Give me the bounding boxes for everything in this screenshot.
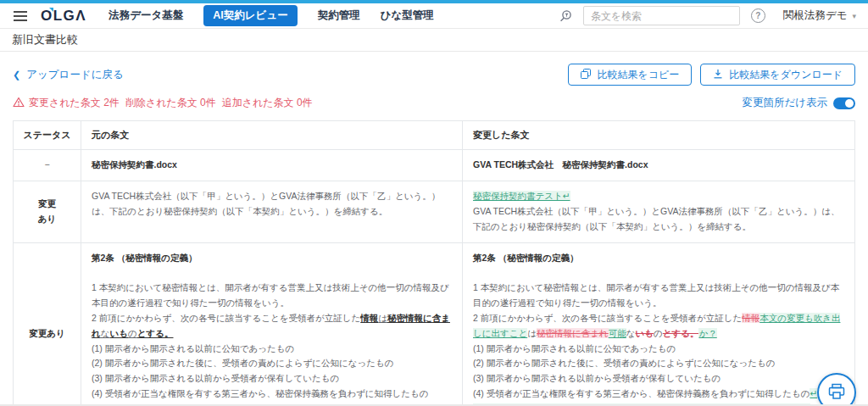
summary-row: 変更された条文 2件 削除された条文 0件 追加された条文 0件 変更箇所だけ表…: [0, 86, 868, 118]
copy-result-button[interactable]: 比較結果をコピー: [568, 64, 692, 86]
table-header-row: ステータス 元の条文 変更した条文: [14, 121, 855, 150]
original-clause-cell: 秘密保持契約書.docx: [81, 150, 463, 181]
nav-item-ai-contract-review[interactable]: AI契約レビュー: [203, 5, 297, 26]
chevron-down-icon: ▾: [852, 12, 856, 20]
original-clause-cell: GVA TECH株式会社（以下「甲」という。）とGVA法律事務所（以下「乙」とい…: [81, 181, 463, 243]
copy-icon: [581, 69, 591, 81]
search-filter-icon[interactable]: [559, 9, 572, 23]
download-result-button[interactable]: 比較結果をダウンロード: [700, 64, 855, 86]
app-logo-text: OLGΛ: [41, 8, 86, 24]
deleted-count: 削除された条文 0件: [125, 96, 216, 110]
copy-button-label: 比較結果をコピー: [597, 68, 679, 82]
header-right: ? 関根法務デモ ▾: [559, 6, 856, 25]
app-header: OLGΛ 法務データ基盤 AI契約レビュー 契約管理 ひな型管理 ? 関根法務デ…: [0, 3, 868, 29]
original-clause-cell: 第2条 （秘密情報の定義） 1 本契約において秘密情報とは、開示者が有する営業上…: [81, 242, 463, 406]
nav-item-template-management[interactable]: ひな型管理: [381, 8, 434, 23]
page-title-bar: 新旧文書比較: [0, 29, 868, 52]
column-header-changed-clause: 変更した条文: [463, 121, 855, 150]
status-cell: −: [14, 150, 81, 181]
logo-accent: [49, 8, 53, 12]
download-icon: [713, 69, 723, 81]
added-count: 追加された条文 0件: [222, 96, 313, 110]
back-link-label: アップロードに戻る: [26, 68, 124, 82]
print-button[interactable]: [817, 373, 856, 406]
changed-clause-cell: GVA TECH株式会社 秘密保持契約書.docx: [463, 150, 855, 181]
toolbar-buttons: 比較結果をコピー 比較結果をダウンロード: [568, 64, 855, 86]
column-header-original-clause: 元の条文: [81, 121, 463, 150]
back-chevron-icon: ❮: [13, 70, 20, 81]
search-input[interactable]: [583, 6, 740, 25]
table-row-preamble: 変更 あり GVA TECH株式会社（以下「甲」という。）とGVA法律事務所（以…: [14, 181, 855, 243]
main-nav: 法務データ基盤 AI契約レビュー 契約管理 ひな型管理: [108, 5, 434, 26]
table-row-article-2: 変更あり 第2条 （秘密情報の定義） 1 本契約において秘密情報とは、開示者が有…: [14, 242, 855, 406]
help-icon[interactable]: ?: [751, 8, 765, 23]
changes-only-toggle-area: 変更箇所だけ表示: [742, 96, 855, 110]
nav-item-contract-management[interactable]: 契約管理: [318, 8, 360, 23]
comparison-table: ステータス 元の条文 変更した条文 − 秘密保持契約書.docx GVA TEC…: [13, 120, 855, 406]
column-header-status: ステータス: [14, 121, 81, 150]
toolbar: ❮ アップロードに戻る 比較結果をコピー 比較結果をダウンロード: [0, 52, 868, 86]
changed-count: 変更された条文 2件: [29, 96, 120, 110]
changes-only-toggle[interactable]: [833, 97, 855, 109]
download-button-label: 比較結果をダウンロード: [729, 68, 843, 82]
user-menu[interactable]: 関根法務デモ ▾: [783, 8, 856, 23]
back-to-upload-link[interactable]: ❮ アップロードに戻る: [13, 68, 124, 82]
page-title: 新旧文書比較: [12, 32, 78, 47]
printer-icon: [827, 383, 846, 403]
status-cell: 変更あり: [14, 242, 81, 406]
menu-icon[interactable]: [12, 9, 29, 23]
table-row-filename: − 秘密保持契約書.docx GVA TECH株式会社 秘密保持契約書.docx: [14, 150, 855, 181]
changed-clause-cell: 第2条 （秘密情報の定義） 1 本契約において秘密情報とは、開示者が有する営業上…: [463, 242, 855, 406]
warning-icon: [13, 97, 25, 110]
diff-summary: 変更された条文 2件 削除された条文 0件 追加された条文 0件: [13, 96, 314, 110]
status-cell: 変更 あり: [14, 181, 81, 243]
changed-clause-cell: 秘密保持契約書テスト↵ GVA TECH株式会社（以下「甲」という。）とGVA法…: [463, 181, 855, 243]
changes-only-toggle-label: 変更箇所だけ表示: [742, 96, 827, 110]
nav-item-legal-data[interactable]: 法務データ基盤: [108, 8, 183, 23]
user-name: 関根法務デモ: [783, 8, 848, 23]
app-logo[interactable]: OLGΛ: [41, 8, 86, 25]
